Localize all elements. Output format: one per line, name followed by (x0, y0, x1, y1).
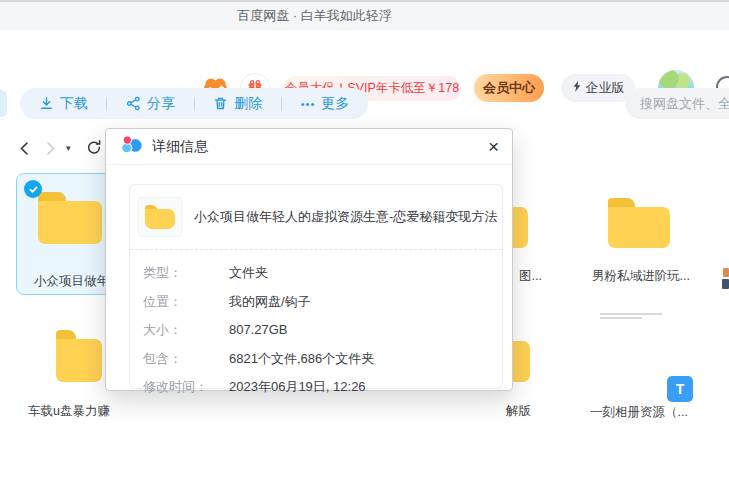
folder-icon[interactable] (56, 330, 102, 382)
folder-icon (145, 205, 175, 229)
forward-button[interactable] (44, 141, 57, 160)
back-button[interactable] (18, 141, 31, 160)
toolbar-divider (194, 97, 195, 111)
faint-watermark (600, 317, 642, 319)
folder-icon[interactable] (608, 198, 670, 248)
clipped-item-fragment (723, 268, 729, 277)
folder-icon (38, 192, 102, 244)
folder-label: 车载u盘暴力赚 (14, 403, 111, 420)
clipped-item-fragment (722, 279, 729, 289)
file-icon-box (138, 197, 182, 237)
file-details-dialog: 详细信息 × 小众项目做年轻人的虚拟资源生意-恋爱秘籍变现方法 类型： 文件夹 (105, 128, 513, 391)
window-titlebar: 百度网盘 · 白羊我如此轻浮 (0, 0, 729, 30)
window-title: 百度网盘 · 白羊我如此轻浮 (0, 2, 629, 30)
enterprise-button[interactable]: 企业版 (561, 74, 635, 102)
more-button[interactable]: ••• 更多 (301, 95, 350, 113)
dialog-title: 详细信息 (152, 138, 208, 156)
left-edge-decoration (0, 90, 7, 117)
file-summary-row: 小众项目做年轻人的虚拟资源生意-恋爱秘籍变现方法 (130, 185, 502, 249)
trash-icon (213, 96, 228, 111)
file-label: 一刻相册资源（... (590, 404, 688, 421)
file-action-toolbar: 下载 分享 删除 ••• 更多 (20, 88, 368, 119)
property-row: 大小： 807.27GB (143, 316, 492, 345)
more-dots-icon: ••• (301, 99, 316, 109)
property-row: 类型： 文件夹 (143, 259, 492, 288)
details-panel: 小众项目做年轻人的虚拟资源生意-恋爱秘籍变现方法 类型： 文件夹 位置： 我的网… (129, 184, 503, 389)
property-row: 位置： 我的网盘/钩子 (143, 288, 492, 317)
netdisk-logo-icon (120, 135, 143, 158)
file-name: 小众项目做年轻人的虚拟资源生意-恋爱秘籍变现方法 (194, 208, 497, 226)
enterprise-bolt-icon (572, 80, 582, 96)
share-icon (126, 96, 141, 111)
toolbar-divider (281, 97, 282, 111)
download-icon (39, 96, 54, 111)
member-center-button[interactable]: 会员中心 (474, 74, 544, 102)
baidu-netdisk-window: 百度网盘 · 白羊我如此轻浮 会员大促！SVIP年卡低至￥178 (0, 0, 729, 480)
property-row: 修改时间： 2023年06月19日, 12:26 (143, 373, 492, 402)
share-button[interactable]: 分享 (126, 95, 175, 113)
toolbar-divider (106, 97, 107, 111)
faint-watermark (600, 313, 662, 315)
folder-label: 图... (519, 268, 542, 285)
txt-file-icon[interactable]: T (667, 376, 693, 402)
refresh-button[interactable] (86, 139, 102, 160)
history-dropdown-caret[interactable]: ▾ (66, 143, 71, 153)
close-icon[interactable]: × (488, 134, 499, 160)
folder-label: 男粉私域进阶玩... (592, 268, 690, 285)
property-row: 包含： 6821个文件,686个文件夹 (143, 345, 492, 374)
folder-label: 解版 (506, 403, 531, 420)
selected-check-icon (24, 180, 42, 198)
file-properties: 类型： 文件夹 位置： 我的网盘/钩子 大小： 807.27GB 包含： 682… (130, 250, 502, 412)
delete-button[interactable]: 删除 (213, 95, 262, 113)
app-header: 会员大促！SVIP年卡低至￥178 会员中心 企业版 SVIP1 (0, 30, 729, 85)
search-input[interactable] (625, 88, 729, 119)
dialog-header: 详细信息 × (106, 129, 512, 165)
download-button[interactable]: 下载 (39, 95, 88, 113)
